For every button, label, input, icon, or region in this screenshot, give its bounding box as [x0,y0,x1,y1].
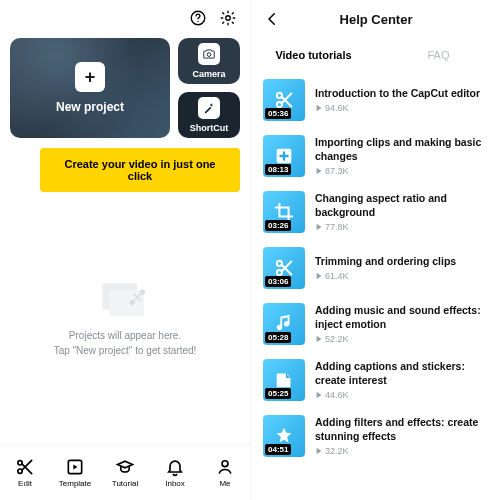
tab-me[interactable]: Me [200,445,250,500]
empty-line-1: Projects will appear here. [54,328,197,343]
plus-icon: + [75,62,105,92]
play-icon [315,391,323,399]
item-views: 94.6K [315,103,480,113]
duration-badge: 05:36 [265,108,291,119]
camera-button[interactable]: Camera [178,38,240,84]
person-icon [215,457,235,477]
tab-inbox[interactable]: Inbox [150,445,200,500]
empty-state: Projects will appear here. Tap "New proj… [0,192,250,444]
tab-label: Inbox [165,479,185,488]
svg-point-11 [222,461,228,467]
item-views: 44.6K [315,390,489,400]
bell-icon [165,457,185,477]
list-item[interactable]: 08:13Importing clips and making basic ch… [263,128,489,184]
camera-label: Camera [192,69,225,79]
item-meta: Adding captions and stickers: create int… [315,359,489,401]
empty-line-2: Tap "New project" to get started! [54,343,197,358]
duration-badge: 04:51 [265,444,291,455]
tab-edit[interactable]: Edit [0,445,50,500]
svg-rect-5 [109,290,144,316]
play-icon [315,272,323,280]
thumbnail: 08:13 [263,135,305,177]
thumbnail: 03:06 [263,247,305,289]
duration-badge: 05:28 [265,332,291,343]
tab-template[interactable]: Template [50,445,100,500]
top-icons [0,0,250,32]
new-project-label: New project [56,100,124,114]
thumbnail: 04:51 [263,415,305,457]
shortcut-button[interactable]: ShortCut [178,92,240,138]
help-icon[interactable] [188,8,208,28]
play-icon [315,447,323,455]
item-title: Trimming and ordering clips [315,255,456,269]
shortcut-label: ShortCut [190,123,229,133]
item-meta: Trimming and ordering clips61.4K [315,247,456,289]
list-item[interactable]: 05:36Introduction to the CapCut editor94… [263,72,489,128]
thumbnail: 05:36 [263,79,305,121]
tab-tutorial[interactable]: Tutorial [100,445,150,500]
side-tiles: Camera ShortCut [178,38,240,138]
list-item[interactable]: 05:25Adding captions and stickers: creat… [263,352,489,408]
scissors-icon [15,457,35,477]
empty-text: Projects will appear here. Tap "New proj… [54,328,197,358]
item-views: 52.2K [315,334,489,344]
svg-point-1 [197,21,198,22]
template-icon [65,457,85,477]
page-title: Help Center [261,12,491,27]
item-title: Adding captions and stickers: create int… [315,360,489,387]
duration-badge: 08:13 [265,164,291,175]
play-icon [315,335,323,343]
tab-label: Tutorial [112,479,138,488]
empty-illustration-icon [97,278,153,320]
item-title: Adding filters and effects: create stunn… [315,416,489,443]
item-title: Introduction to the CapCut editor [315,87,480,101]
tab-faq[interactable]: FAQ [376,38,501,72]
svg-point-6 [140,289,145,294]
bottom-tab-bar: Edit Template Tutorial Inbox Me [0,444,250,500]
new-project-button[interactable]: + New project [10,38,170,138]
item-meta: Importing clips and making basic changes… [315,135,489,177]
cta-banner[interactable]: Create your video in just one click [40,148,240,192]
list-item[interactable]: 05:28Adding music and sound effects: inj… [263,296,489,352]
item-title: Importing clips and making basic changes [315,136,489,163]
camera-icon [198,43,220,65]
list-item[interactable]: 03:06Trimming and ordering clips61.4K [263,240,489,296]
editor-home-screen: + New project Camera ShortCut Create [0,0,250,500]
tab-video-tutorials[interactable]: Video tutorials [251,38,376,72]
svg-point-7 [129,300,134,305]
magic-wand-icon [198,97,220,119]
list-item[interactable]: 04:51Adding filters and effects: create … [263,408,489,464]
help-header: Help Center [251,0,501,38]
item-views: 61.4K [315,271,456,281]
list-item[interactable]: 03:26Changing aspect ratio and backgroun… [263,184,489,240]
play-icon [315,167,323,175]
tutorial-list: 05:36Introduction to the CapCut editor94… [251,72,501,500]
svg-point-3 [207,53,211,57]
item-views: 87.3K [315,166,489,176]
item-meta: Adding music and sound effects: inject e… [315,303,489,345]
play-icon [315,223,323,231]
help-tabs: Video tutorials FAQ [251,38,501,72]
thumbnail: 05:25 [263,359,305,401]
item-meta: Introduction to the CapCut editor94.6K [315,79,480,121]
thumbnail: 05:28 [263,303,305,345]
settings-icon[interactable] [218,8,238,28]
tab-label: Edit [18,479,32,488]
hero-row: + New project Camera ShortCut [0,32,250,138]
item-title: Adding music and sound effects: inject e… [315,304,489,331]
svg-point-2 [226,16,231,21]
play-icon [315,104,323,112]
duration-badge: 05:25 [265,388,291,399]
duration-badge: 03:06 [265,276,291,287]
tab-label: Template [59,479,91,488]
tab-label: Me [219,479,230,488]
item-views: 32.2K [315,446,489,456]
duration-badge: 03:26 [265,220,291,231]
tutorial-icon [115,457,135,477]
item-views: 77.8K [315,222,489,232]
thumbnail: 03:26 [263,191,305,233]
item-title: Changing aspect ratio and background [315,192,489,219]
item-meta: Adding filters and effects: create stunn… [315,415,489,457]
help-center-screen: Help Center Video tutorials FAQ 05:36Int… [250,0,501,500]
item-meta: Changing aspect ratio and background77.8… [315,191,489,233]
